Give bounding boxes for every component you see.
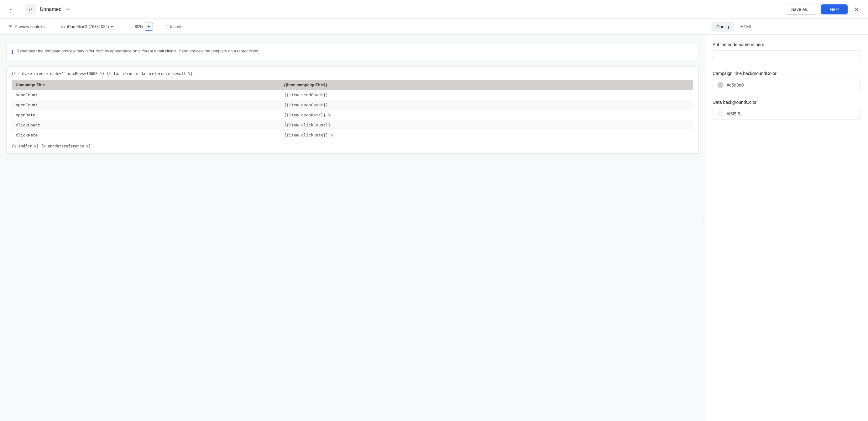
device-chevron-icon: ▾ [111,24,113,29]
inserts-button[interactable]: ⬚ Inserts [161,22,186,31]
zoom-minus-button[interactable]: — [125,23,133,30]
data-bg-field-group: Data backgroundColor #f5f5f5 [713,100,861,120]
app-logo-icon: ⇄ [25,4,36,15]
table-cell-label: openCount [12,100,280,110]
header-divider [21,5,21,14]
table-row: openCount{{item.openCount}} [12,100,693,110]
close-button[interactable]: ✕ [851,4,862,15]
node-name-input[interactable] [713,50,861,62]
config-content: Put the node name in here Campaign Title… [705,34,868,421]
toolbar-divider-3 [157,23,157,30]
campaign-title-color-value: #d5d0d0 [727,83,744,87]
preview-contexts-label: Preview contexts [15,24,45,29]
right-panel: Config HTML Put the node name in here Ca… [705,19,868,421]
table-cell-value: {{item.clickCount}} [280,120,693,130]
template-content: {% datareference node='' maxRows=10000 %… [6,66,699,154]
data-bg-color-field[interactable]: #f5f5f5 [713,108,861,120]
save-as-button[interactable]: Save as... [785,4,817,15]
info-text: Remember the template preview may differ… [17,48,259,54]
device-icon: ▭ [61,24,65,29]
edit-title-icon[interactable]: ✏ [66,7,70,12]
campaign-title-bg-label: Campaign Title backgroundColor [713,71,861,76]
table-cell-label: sendCount [12,90,280,100]
table-cell-value: {{item.openRate}} % [280,110,693,120]
campaign-title-bg-field-group: Campaign Title backgroundColor #d5d0d0 [713,71,861,91]
left-panel: 👁 Preview contexts ▭ iPad Mini 2 (768x10… [0,19,705,421]
data-bg-color-circle [717,111,723,117]
node-name-label: Put the node name in here [713,42,861,47]
info-bar: ℹ Remember the template preview may diff… [6,44,699,60]
device-selector[interactable]: ▭ iPad Mini 2 (768x1024) ▾ [57,22,117,31]
toolbar-divider-1 [53,23,53,30]
next-button[interactable]: Next [821,4,848,15]
back-button[interactable]: ← [6,5,17,14]
preview-toolbar: 👁 Preview contexts ▭ iPad Mini 2 (768x10… [0,19,705,34]
table-cell-label: clickRate [12,130,280,140]
preview-area[interactable]: ℹ Remember the template preview may diff… [0,34,705,421]
table-header-col1: Campaign Title [12,80,280,90]
table-row: openRate{{item.openRate}} % [12,110,693,120]
node-name-field-group: Put the node name in here [713,42,861,62]
header-left: ← ⇄ Unnamed ✏ [6,4,785,15]
table-row: clickRate{{item.clickRate}} % [12,130,693,140]
preview-contexts-button[interactable]: 👁 Preview contexts [5,22,49,31]
zoom-plus-button[interactable]: + [145,23,153,31]
resize-handle[interactable]: ⋮ [702,19,705,421]
tab-config[interactable]: Config [711,22,734,32]
inserts-label: Inserts [170,24,182,29]
template-end-tag: {% endfor %} {% enddatareference %} [11,144,693,148]
zoom-value: 80% [135,24,143,29]
data-bg-label: Data backgroundColor [713,100,861,105]
toolbar-divider-2 [121,23,121,30]
table-cell-label: openRate [12,110,280,120]
main-layout: 👁 Preview contexts ▭ iPad Mini 2 (768x10… [0,19,868,421]
table-row: clickCount{{item.clickCount}} [12,120,693,130]
table-cell-value: {{item.sendCount}} [280,90,693,100]
info-icon: ℹ [11,48,13,56]
zoom-control: — 80% + [125,23,153,31]
table-row: sendCount{{item.sendCount}} [12,90,693,100]
table-header-col2: {{item.campaignTitle}} [280,80,693,90]
header-right: Save as... Next ✕ [785,4,862,15]
inserts-icon: ⬚ [164,24,168,29]
app-header: ← ⇄ Unnamed ✏ Save as... Next ✕ [0,0,868,19]
table-cell-value: {{item.openCount}} [280,100,693,110]
tab-html[interactable]: HTML [735,22,757,32]
template-start-tag: {% datareference node='' maxRows=10000 %… [11,72,693,76]
eye-icon: 👁 [9,24,13,29]
data-table: Campaign Title {{item.campaignTitle}} se… [11,80,693,140]
device-label: iPad Mini 2 (768x1024) [67,24,109,29]
app-title: Unnamed [40,7,61,12]
campaign-title-bg-color-field[interactable]: #d5d0d0 [713,79,861,91]
campaign-title-color-circle [717,82,723,88]
table-cell-value: {{item.clickRate}} % [280,130,693,140]
data-bg-color-value: #f5f5f5 [727,111,740,116]
config-tabs: Config HTML [705,19,868,34]
table-cell-label: clickCount [12,120,280,130]
